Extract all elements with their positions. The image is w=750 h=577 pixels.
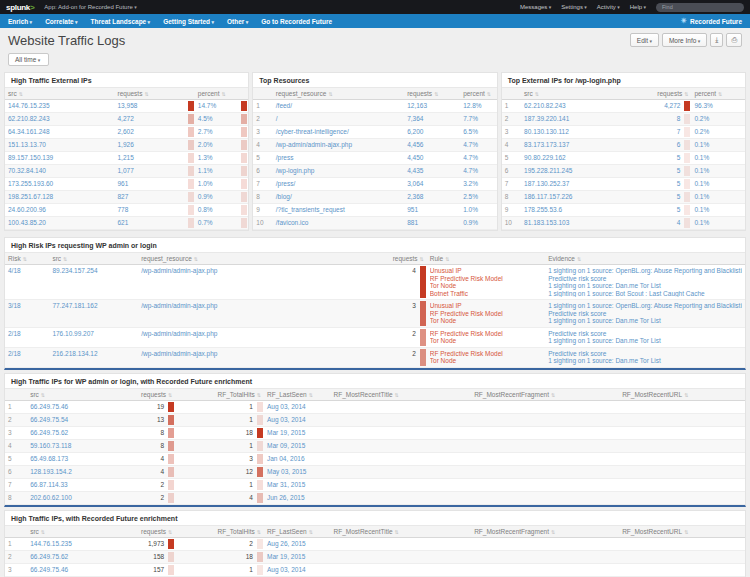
cell-Evidence[interactable]: Predictive risk score1 sighting on 1 sou… [545,327,745,347]
edit-button[interactable]: Edit [630,33,659,47]
table-row[interactable]: 70.32.84.1401,0771.1% [5,165,248,178]
cell-percent[interactable]: 1.0% [460,204,497,217]
table-row[interactable]: 1/feed/12,16312.8% [253,100,496,113]
table-row[interactable]: 3/1877.247.181.162/wp-admin/admin-ajax.p… [5,300,745,328]
cell-request_resource[interactable]: /wp-admin/admin-ajax.php [138,347,353,367]
cell-RF_LastSeen[interactable]: Aug 26, 2015 [264,537,331,550]
cell-percent[interactable]: 1.3% [195,152,249,165]
cell-requests[interactable]: 4 [626,217,692,230]
time-range-picker[interactable]: All time [8,53,49,66]
cell-requests[interactable]: 4,435 [404,165,460,178]
cell-percent[interactable]: 0.8% [195,204,249,217]
table-row[interactable]: 9178.255.53.650.1% [502,204,745,217]
help-menu[interactable]: Help [630,4,646,10]
table-row[interactable]: 6/wp-login.php4,4354.7% [253,165,496,178]
cell-src[interactable]: 144.76.15.235 [27,537,108,550]
column-header-requests[interactable]: requests⇅ [404,88,460,100]
nav-item-go-to-recorded-future[interactable]: Go to Recorded Future [261,18,332,25]
cell-percent[interactable]: 2.0% [195,139,249,152]
cell-percent[interactable]: 0.9% [195,191,249,204]
cell-requests[interactable]: 5 [626,165,692,178]
cell-request_resource[interactable]: /press [273,152,404,165]
cell-percent[interactable]: 2.5% [460,191,497,204]
cell-percent[interactable]: 4.7% [460,139,497,152]
column-header-request_resource[interactable]: request_resource⇅ [273,88,404,100]
cell-Rule[interactable]: RF Predictive Risk ModelTor Node [427,327,545,347]
cell-src[interactable]: 176.10.99.207 [49,327,138,347]
cell-percent[interactable]: 1.0% [195,178,249,191]
cell-requests[interactable]: 5 [626,204,692,217]
cell-requests[interactable]: 8 [626,113,692,126]
cell-percent[interactable]: 0.2% [691,113,745,126]
column-header-RF_TotalHits[interactable]: RF_TotalHits⇅ [175,525,264,537]
table-row[interactable]: 10/favicon.ico8810.9% [253,217,496,230]
cell-percent[interactable]: 0.1% [691,191,745,204]
cell-percent[interactable]: 0.7% [195,217,249,230]
cell-src[interactable]: 66.249.75.62 [27,426,108,439]
cell-src[interactable]: 90.80.229.162 [521,152,626,165]
cell-src[interactable]: 187.39.220.141 [521,113,626,126]
cell-requests[interactable]: 4,450 [404,152,460,165]
table-row[interactable]: 590.80.229.16250.1% [502,152,745,165]
cell-src[interactable]: 128.193.154.2 [27,465,108,478]
table-row[interactable]: 24.60.200.967780.8% [5,204,248,217]
cell-requests[interactable]: 4,272 [114,113,194,126]
cell-percent[interactable]: 0.1% [691,139,745,152]
table-row[interactable]: 766.87.114.3321Mar 31, 2015 [5,478,745,491]
messages-menu[interactable]: Messages [520,4,551,10]
cell-requests[interactable]: 12,163 [404,100,460,113]
app-switcher-menu[interactable]: App: Add-on for Recorded Future [44,4,136,10]
table-row[interactable]: 162.210.82.2434,27296.3% [502,100,745,113]
cell-src[interactable]: 198.251.67.128 [5,191,114,204]
table-row[interactable]: 6128.193.154.2412May 03, 2015 [5,465,745,478]
cell-percent[interactable]: 4.7% [460,165,497,178]
cell-request_resource[interactable]: /blog/ [273,191,404,204]
cell-percent[interactable]: 0.9% [460,217,497,230]
table-row[interactable]: 483.173.173.13760.1% [502,139,745,152]
cell-Evidence[interactable]: Predictive risk score1 sighting on 1 sou… [545,347,745,367]
cell-requests[interactable]: 13,958 [114,100,194,113]
cell-percent[interactable]: 6.5% [460,126,497,139]
table-row[interactable]: 151.13.13.701,9262.0% [5,139,248,152]
cell-Risk[interactable]: 2/18 [5,327,49,347]
nav-item-threat-landscape[interactable]: Threat Landscape [91,18,151,25]
cell-percent[interactable]: 0.1% [691,152,745,165]
table-row[interactable]: 2/18216.218.134.12/wp-admin/admin-ajax.p… [5,347,745,367]
cell-requests[interactable]: 1,215 [114,152,194,165]
column-header-RF_LastSeen[interactable]: RF_LastSeen⇅ [264,525,331,537]
cell-src[interactable]: 173.255.193.60 [5,178,114,191]
table-row[interactable]: 173.255.193.609611.0% [5,178,248,191]
cell-request_resource[interactable]: /feed/ [273,100,404,113]
cell-requests[interactable]: 961 [114,178,194,191]
cell-src[interactable]: 62.210.82.243 [5,113,114,126]
column-header-requests[interactable]: requests⇅ [626,88,692,100]
column-header-src[interactable]: src⇅ [521,88,626,100]
cell-src[interactable]: 202.60.62.100 [27,491,108,504]
column-header-Risk[interactable]: Risk⇅ [5,253,49,265]
table-row[interactable]: 7187.130.252.3750.1% [502,178,745,191]
column-header-percent[interactable]: percent⇅ [691,88,745,100]
cell-requests[interactable]: 7,364 [404,113,460,126]
table-row[interactable]: 100.43.85.206210.7% [5,217,248,230]
cell-src[interactable]: 66.87.114.33 [27,478,108,491]
column-header-RF_TotalHits[interactable]: RF_TotalHits⇅ [175,388,264,400]
cell-requests[interactable]: 4,272 [626,100,692,113]
cell-src[interactable]: 195.228.211.245 [521,165,626,178]
column-header-RF_MostRecentTitle[interactable]: RF_MostRecentTitle⇅ [331,388,472,400]
cell-requests[interactable]: 881 [404,217,460,230]
table-row[interactable]: 2/7,3647.7% [253,113,496,126]
cell-request_resource[interactable]: /favicon.ico [273,217,404,230]
cell-requests[interactable]: 2,368 [404,191,460,204]
cell-Evidence[interactable]: 1 sighting on 1 source: OpenBL.org: Abus… [545,300,745,328]
column-header-requests[interactable]: requests⇅ [109,388,176,400]
table-row[interactable]: 8186.117.157.22650.1% [502,191,745,204]
cell-RF_LastSeen[interactable]: Mar 31, 2015 [264,478,331,491]
nav-item-correlate[interactable]: Correlate [45,18,77,25]
cell-requests[interactable]: 1,926 [114,139,194,152]
table-row[interactable]: 62.210.82.2434,2724.5% [5,113,248,126]
cell-Risk[interactable]: 3/18 [5,300,49,328]
cell-src[interactable]: 66.249.75.46 [27,400,108,413]
column-header-request_resource[interactable]: request_resource⇅ [138,253,353,265]
table-row[interactable]: 9/?tlc_transients_request9511.0% [253,204,496,217]
table-row[interactable]: 380.130.130.11270.2% [502,126,745,139]
